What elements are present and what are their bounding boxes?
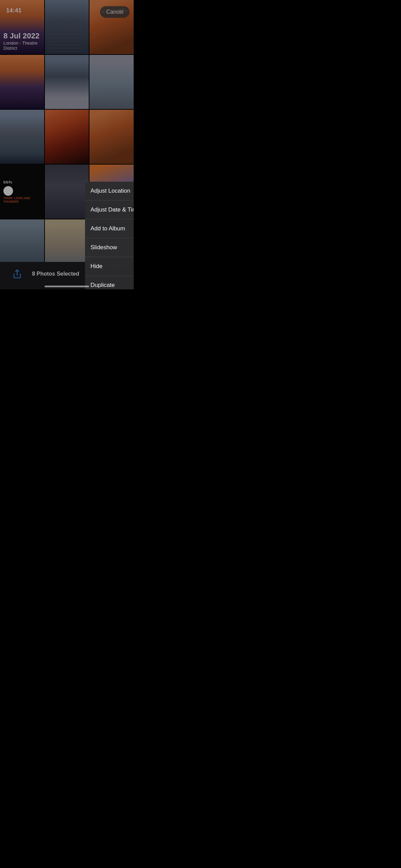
menu-item-adjust-date-time[interactable]: Adjust Date & Time bbox=[85, 201, 134, 219]
menu-item-label: Adjust Location bbox=[90, 188, 130, 194]
context-menu: Adjust Location Adjust Date & Time bbox=[85, 182, 134, 289]
menu-item-label: Slideshow bbox=[90, 244, 117, 251]
menu-item-label: Duplicate bbox=[90, 282, 115, 289]
menu-item-label: Hide bbox=[90, 263, 102, 270]
menu-item-adjust-location[interactable]: Adjust Location bbox=[85, 182, 134, 201]
menu-item-label: Adjust Date & Time bbox=[90, 206, 134, 213]
menu-item-slideshow[interactable]: Slideshow bbox=[85, 238, 134, 257]
menu-item-add-to-album[interactable]: Add to Album bbox=[85, 219, 134, 238]
home-indicator bbox=[45, 286, 89, 287]
menu-item-duplicate[interactable]: Duplicate bbox=[85, 276, 134, 289]
menu-item-hide[interactable]: Hide bbox=[85, 257, 134, 276]
menu-item-label: Add to Album bbox=[90, 225, 125, 232]
